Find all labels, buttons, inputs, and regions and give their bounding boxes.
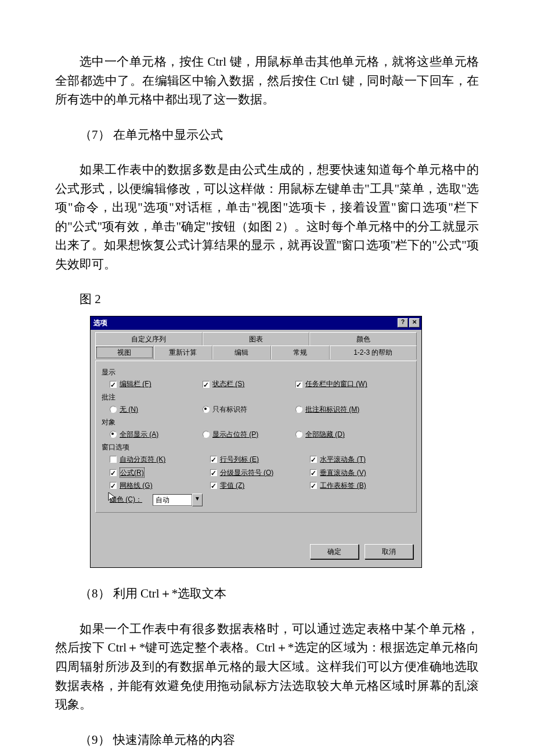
cancel-button[interactable]: 取消	[365, 544, 413, 560]
paragraph-ctrl-select: 选中一个单元格，按住 Ctrl 键，用鼠标单击其他单元格，就将这些单元格全部都选…	[55, 52, 479, 109]
paragraph-show-formula: 如果工作表中的数据多数是由公式生成的，想要快速知道每个单元格中的公式形式，以便编…	[55, 160, 479, 273]
tab-general[interactable]: 常规	[271, 345, 330, 359]
chk-status-bar[interactable]: 状态栏 (S)	[203, 379, 278, 390]
tab-custom-lists[interactable]: 自定义序列	[95, 332, 203, 346]
chk-formula-bar[interactable]: 编辑栏 (F)	[110, 379, 185, 390]
rdo-objects-hideall[interactable]: 全部隐藏 (D)	[295, 429, 394, 440]
group-window-label: 窗口选项	[102, 442, 410, 453]
tab-view[interactable]: 视图	[95, 345, 154, 359]
dialog-title: 选项	[92, 318, 107, 329]
ok-button[interactable]: 确定	[310, 544, 359, 560]
tab-strip: 自定义序列 图表 颜色 视图 重新计算 编辑 常规 1-2-3 的帮助	[95, 332, 417, 359]
gridline-color-label: 颜色 (C)：	[110, 494, 142, 505]
dialog-titlebar: 选项 ? ✕	[91, 316, 421, 330]
group-display-label: 显示	[102, 367, 410, 378]
rdo-comments-both[interactable]: 批注和标识符 (M)	[295, 404, 394, 415]
options-dialog: 选项 ? ✕ www.bdocx.com 自定义序列 图表 颜色 视图 重新计算…	[90, 316, 422, 568]
gridline-color-value: 自动	[153, 494, 192, 506]
rdo-objects-placeholder[interactable]: 显示占位符 (P)	[203, 429, 278, 440]
view-panel: 显示 编辑栏 (F) 状态栏 (S) 任务栏中的窗口 (W) 批注 无 (N) …	[95, 361, 417, 513]
tab-123-help[interactable]: 1-2-3 的帮助	[330, 345, 417, 359]
group-objects-label: 对象	[102, 417, 410, 428]
figure-label-2: 图 2	[55, 290, 479, 309]
chk-hscroll[interactable]: 水平滚动条 (T)	[310, 454, 410, 465]
help-button[interactable]: ?	[398, 318, 408, 327]
rdo-comments-indicator[interactable]: 只有标识符	[203, 404, 278, 415]
paragraph-ctrl-star: 如果一个工作表中有很多数据表格时，可以通过选定表格中某个单元格，然后按下 Ctr…	[55, 620, 479, 714]
tab-chart[interactable]: 图表	[203, 332, 310, 346]
chk-formula[interactable]: 公式(R)	[110, 467, 210, 478]
chk-taskbar-windows[interactable]: 任务栏中的窗口 (W)	[295, 379, 394, 390]
group-comments-label: 批注	[102, 392, 410, 403]
chk-rowcol-headers[interactable]: 行号列标 (E)	[210, 454, 311, 465]
tab-calculation[interactable]: 重新计算	[154, 345, 212, 359]
chk-pagebreak[interactable]: 自动分页符 (K)	[110, 454, 210, 465]
dropdown-arrow-icon[interactable]: ▼	[192, 494, 203, 506]
tab-color[interactable]: 颜色	[309, 332, 417, 346]
chk-zero-values[interactable]: 零值 (Z)	[210, 480, 311, 491]
chk-gridlines[interactable]: 网格线 (G)	[110, 480, 210, 491]
chk-vscroll[interactable]: 垂直滚动条 (V)	[310, 467, 410, 478]
heading-9: （9） 快速清除单元格的内容	[55, 730, 479, 750]
chk-outline-symbols[interactable]: 分级显示符号 (O)	[210, 467, 311, 478]
gridline-color-dropdown[interactable]: 自动 ▼	[153, 494, 203, 506]
heading-7: （7） 在单元格中显示公式	[55, 125, 479, 145]
rdo-comments-none[interactable]: 无 (N)	[110, 404, 185, 415]
rdo-objects-showall[interactable]: 全部显示 (A)	[110, 429, 185, 440]
close-button[interactable]: ✕	[409, 318, 420, 327]
chk-sheet-tabs[interactable]: 工作表标签 (B)	[310, 480, 410, 491]
tab-edit[interactable]: 编辑	[212, 345, 271, 359]
heading-8: （8） 利用 Ctrl＋*选取文本	[55, 584, 479, 603]
